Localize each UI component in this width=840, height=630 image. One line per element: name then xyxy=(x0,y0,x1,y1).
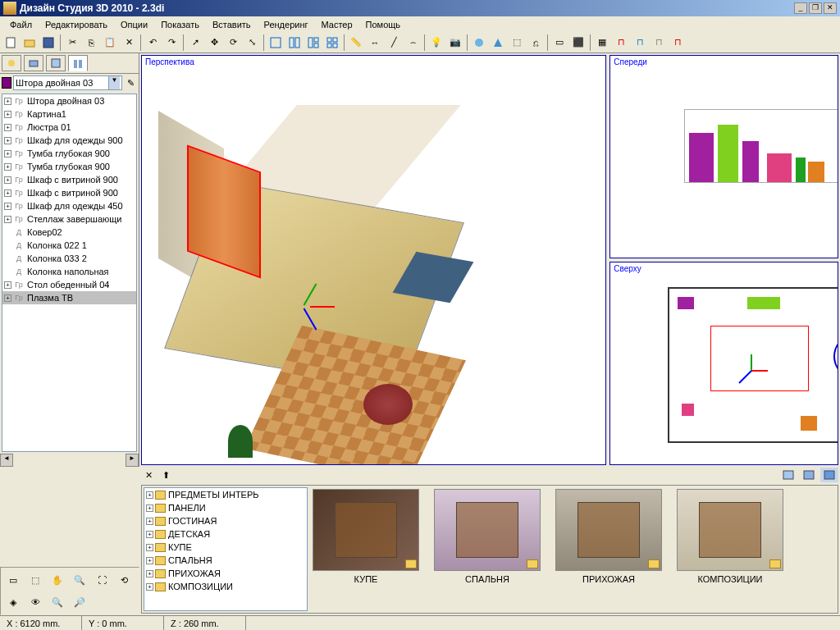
chevron-down-icon[interactable]: ▼ xyxy=(108,76,120,89)
nav-frame-icon[interactable]: ▭ xyxy=(2,569,24,591)
lib-tree-item[interactable]: +ГОСТИНАЯ xyxy=(144,514,307,527)
tree-item[interactable]: +ГрШкаф для одежды 900 xyxy=(2,134,136,147)
tree-item[interactable]: +ГрТумба глубокая 900 xyxy=(2,147,136,160)
nav-zoom-icon[interactable]: 🔍 xyxy=(69,569,90,591)
dimension-icon[interactable]: ↔ xyxy=(366,34,384,52)
object-selector[interactable]: Штора двойная 03 ▼ xyxy=(13,75,122,90)
lib-tree-item[interactable]: +КУПЕ xyxy=(144,541,307,554)
arc-icon[interactable]: ⌢ xyxy=(404,34,422,52)
lib-tree-item[interactable]: +СПАЛЬНЯ xyxy=(144,554,307,567)
tree-item[interactable]: +ГрТумба глубокая 900 xyxy=(2,160,136,173)
minimize-button[interactable]: _ xyxy=(794,2,807,14)
thumb-item[interactable]: КОМПОЗИЦИИ xyxy=(677,489,783,584)
menu-show[interactable]: Показать xyxy=(154,18,206,31)
menu-options[interactable]: Опции xyxy=(114,18,154,31)
tree-item[interactable]: ДКовер02 xyxy=(2,226,136,239)
layout1-icon[interactable] xyxy=(267,34,285,52)
ltab-4[interactable] xyxy=(68,55,88,71)
libview-small-icon[interactable] xyxy=(779,468,797,482)
ltab-1[interactable] xyxy=(2,55,21,71)
menu-file[interactable]: Файл xyxy=(3,18,39,31)
ltab-2[interactable] xyxy=(24,55,43,71)
object-color-swatch[interactable] xyxy=(2,77,11,89)
menu-help[interactable]: Помощь xyxy=(359,18,408,31)
tree-item[interactable]: +ГрКартина1 xyxy=(2,107,136,121)
snap1-icon[interactable]: ⊓ xyxy=(612,34,630,52)
ltab-3[interactable] xyxy=(46,55,66,71)
redo-icon[interactable]: ↷ xyxy=(162,34,180,52)
delete-icon[interactable]: ✕ xyxy=(120,34,138,52)
libview-large-icon[interactable] xyxy=(820,468,838,482)
menu-master[interactable]: Мастер xyxy=(315,18,359,31)
undo-icon[interactable]: ↶ xyxy=(144,34,162,52)
wall-icon[interactable]: ▭ xyxy=(550,34,568,52)
nav-zoomout-icon[interactable]: 🔎 xyxy=(69,591,90,613)
nav-cube-icon[interactable]: ◈ xyxy=(2,591,24,613)
scene-tree[interactable]: +ГрШтора двойная 03+ГрКартина1+ГрЛюстра … xyxy=(2,94,137,452)
lib-tree-item[interactable]: +ДЕТСКАЯ xyxy=(144,527,307,541)
tree-item[interactable]: +ГрШтора двойная 03 xyxy=(2,94,136,107)
lib-tree-item[interactable]: +КОМПОЗИЦИИ xyxy=(144,580,307,593)
menu-insert[interactable]: Вставить xyxy=(206,18,258,31)
camera-icon[interactable]: 📷 xyxy=(446,34,464,52)
nav-select-icon[interactable]: ⬚ xyxy=(25,569,46,591)
move-gizmo-icon[interactable] xyxy=(285,281,335,331)
nav-pan-icon[interactable]: ✋ xyxy=(47,569,68,591)
line-icon[interactable]: ╱ xyxy=(385,34,403,52)
nav-walk-icon[interactable]: 👁 xyxy=(25,591,46,613)
scale-icon[interactable]: ⤡ xyxy=(243,34,261,52)
measure-icon[interactable]: 📏 xyxy=(347,34,365,52)
lib-tree-item[interactable]: +ПРЕДМЕТЫ ИНТЕРЬ xyxy=(144,488,307,501)
tool-a-icon[interactable]: ⬚ xyxy=(508,34,526,52)
move-icon[interactable]: ✥ xyxy=(205,34,223,52)
maximize-button[interactable]: ❐ xyxy=(809,2,822,14)
copy-icon[interactable]: ⎘ xyxy=(82,34,100,52)
snap2-icon[interactable]: ⊓ xyxy=(631,34,649,52)
rotate-icon[interactable]: ⟳ xyxy=(224,34,242,52)
tree-item[interactable]: +ГрСтол обеденный 04 xyxy=(2,278,136,291)
object-edit-icon[interactable]: ✎ xyxy=(124,76,137,89)
layout2-icon[interactable] xyxy=(285,34,304,52)
render-icon[interactable] xyxy=(470,34,488,52)
lib-close-icon[interactable]: ✕ xyxy=(141,468,156,482)
library-tree[interactable]: +ПРЕДМЕТЫ ИНТЕРЬ+ПАНЕЛИ+ГОСТИНАЯ+ДЕТСКАЯ… xyxy=(144,487,308,611)
nav-zoomfit-icon[interactable]: ⛶ xyxy=(91,569,112,591)
open-file-icon[interactable] xyxy=(21,34,39,52)
save-icon[interactable] xyxy=(39,34,57,52)
nav-zoomin-icon[interactable]: 🔍 xyxy=(47,591,68,613)
tree-item[interactable]: +ГрПлазма ТВ xyxy=(2,291,136,304)
grid-icon[interactable]: ▦ xyxy=(593,34,611,52)
layout3-icon[interactable] xyxy=(304,34,322,52)
extrude-icon[interactable]: ⬛ xyxy=(569,34,587,52)
cut-icon[interactable]: ✂ xyxy=(63,34,81,52)
thumb-item[interactable]: СПАЛЬНЯ xyxy=(434,489,541,584)
cone-icon[interactable] xyxy=(489,34,507,52)
tree-item[interactable]: +ГрШкаф с витриной 900 xyxy=(2,173,136,186)
tree-item[interactable]: +ГрЛюстра 01 xyxy=(2,121,136,134)
left-scroll-h[interactable]: ◄► xyxy=(0,454,139,467)
libview-med-icon[interactable] xyxy=(800,468,818,482)
close-button[interactable]: ✕ xyxy=(824,2,837,14)
snap4-icon[interactable]: ⊓ xyxy=(669,34,687,52)
snap3-icon[interactable]: ⊓ xyxy=(650,34,668,52)
light-icon[interactable]: 💡 xyxy=(427,34,445,52)
tree-item[interactable]: ДКолонка 022 1 xyxy=(2,239,136,252)
viewport-top[interactable]: Сверху xyxy=(609,262,838,465)
tree-item[interactable]: ДКолонка напольная xyxy=(2,265,136,278)
thumb-item[interactable]: КУПЕ xyxy=(313,489,419,584)
select-icon[interactable]: ➚ xyxy=(186,34,204,52)
new-file-icon[interactable] xyxy=(2,34,20,52)
viewport-front[interactable]: Спереди xyxy=(609,55,838,258)
menu-render[interactable]: Рендеринг xyxy=(258,18,315,31)
tree-item[interactable]: +ГрСтеллаж завершающи xyxy=(2,212,136,226)
paste-icon[interactable]: 📋 xyxy=(101,34,119,52)
layout4-icon[interactable] xyxy=(323,34,341,52)
thumb-item[interactable]: ПРИХОЖАЯ xyxy=(555,489,662,584)
nav-orbit-icon[interactable]: ⟲ xyxy=(113,569,135,591)
tree-item[interactable]: +ГрШкаф с витриной 900 xyxy=(2,186,136,199)
tool-b-icon[interactable]: ⎌ xyxy=(527,34,545,52)
tree-item[interactable]: ДКолонка 033 2 xyxy=(2,252,136,265)
menu-edit[interactable]: Редактировать xyxy=(39,18,114,31)
lib-up-icon[interactable]: ⬆ xyxy=(158,468,173,482)
viewport-perspective[interactable]: Перспектива xyxy=(141,55,606,465)
